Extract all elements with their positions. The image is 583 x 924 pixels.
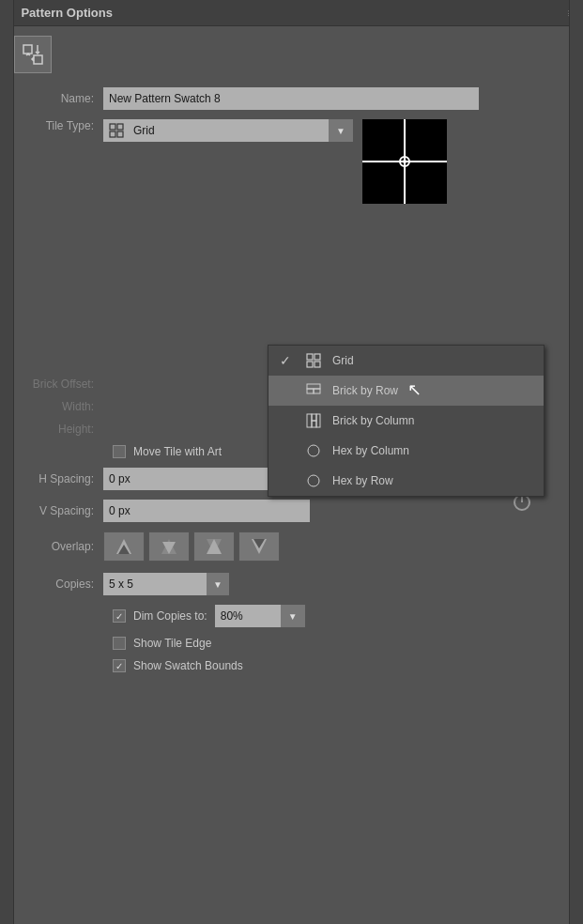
svg-rect-10: [315, 354, 320, 360]
left-border: [0, 0, 14, 924]
form-area: Name: Tile Type:: [0, 83, 583, 691]
pattern-options-panel: × Pattern Options ≡ Name:: [0, 0, 583, 924]
tile-type-row: Tile Type: Grid: [19, 119, 564, 204]
grid-icon-small: [109, 123, 124, 138]
svg-point-26: [403, 160, 407, 163]
brick-offset-label: Brick Offset:: [19, 377, 103, 391]
dropdown-item-hex-by-row[interactable]: ✓ Hex by Row: [268, 466, 544, 496]
overlap-icon-4: [250, 537, 268, 556]
tile-type-arrow[interactable]: ▼: [329, 119, 353, 142]
overlap-btn-1[interactable]: [103, 531, 145, 562]
cursor-icon: ↖: [407, 379, 422, 400]
title-bar: × Pattern Options ≡: [0, 0, 583, 26]
svg-point-21: [308, 475, 319, 486]
right-border: [569, 0, 583, 924]
transform-icon: [22, 43, 44, 66]
show-swatch-bounds-label: Show Swatch Bounds: [133, 659, 243, 672]
svg-rect-15: [314, 389, 320, 393]
tile-preview: [362, 119, 447, 204]
v-spacing-input[interactable]: [103, 500, 310, 522]
svg-point-20: [308, 445, 319, 456]
move-tile-label: Move Tile with Art: [133, 445, 222, 458]
svg-rect-9: [307, 354, 313, 360]
brick-col-icon: [304, 411, 323, 430]
svg-rect-5: [110, 124, 115, 130]
dim-value-display[interactable]: 80%: [215, 605, 281, 627]
show-tile-edge-row: Show Tile Edge: [113, 637, 564, 650]
name-label: Name:: [19, 92, 103, 105]
overlap-icon-2: [160, 537, 178, 556]
tile-type-select[interactable]: Grid: [103, 119, 329, 142]
grid-item-label: Grid: [332, 354, 354, 367]
overlap-row: Overlap:: [19, 531, 564, 562]
copies-arrow[interactable]: ▼: [207, 573, 229, 595]
svg-rect-8: [117, 131, 123, 137]
title-bar-left: × Pattern Options: [8, 6, 113, 20]
brick-row-icon: [304, 381, 323, 400]
show-tile-edge-checkbox[interactable]: [113, 637, 126, 650]
dim-label: Dim Copies to:: [133, 609, 207, 623]
v-spacing-row: V Spacing:: [19, 500, 564, 522]
copies-label: Copies:: [19, 578, 103, 591]
brick-row-dropdown-icon: [306, 383, 321, 398]
show-swatch-bounds-row: Show Swatch Bounds: [113, 659, 564, 672]
svg-rect-19: [316, 414, 320, 427]
height-label: Height:: [19, 423, 103, 436]
show-swatch-bounds-checkbox[interactable]: [113, 659, 126, 672]
svg-rect-0: [23, 45, 32, 54]
hex-row-dropdown-icon: [306, 473, 321, 488]
svg-rect-1: [34, 55, 42, 64]
name-input[interactable]: [103, 87, 479, 110]
tile-preview-inner: [362, 119, 447, 204]
tile-type-label: Tile Type:: [19, 119, 103, 132]
dropdown-item-brick-by-column[interactable]: ✓ Brick by Column: [268, 406, 544, 436]
dim-value: 80%: [221, 609, 243, 623]
svg-rect-14: [307, 389, 314, 393]
dim-select-wrapper: 80% ▼: [215, 605, 305, 627]
svg-rect-12: [315, 362, 320, 367]
svg-rect-11: [307, 362, 313, 367]
copies-select-wrapper: 5 x 5 ▼: [103, 573, 229, 595]
dim-arrow[interactable]: ▼: [281, 605, 305, 627]
grid-check: ✓: [280, 353, 295, 368]
copies-value: 5 x 5: [109, 578, 133, 591]
overlap-btn-3[interactable]: [193, 531, 235, 562]
grid-dropdown-icon: [306, 353, 321, 368]
svg-rect-16: [307, 414, 312, 427]
overlap-btn-4[interactable]: [238, 531, 280, 562]
overlap-label: Overlap:: [19, 540, 103, 553]
dropdown-item-hex-by-column[interactable]: ✓ Hex by Column: [268, 436, 544, 466]
width-label: Width:: [19, 400, 103, 413]
svg-rect-7: [110, 131, 115, 137]
name-row: Name:: [19, 87, 564, 110]
brick-col-dropdown-icon: [306, 413, 321, 428]
tile-type-dropdown[interactable]: ✓ Grid ✓: [268, 345, 545, 497]
move-tile-checkbox[interactable]: [113, 445, 126, 458]
brick-col-item-label: Brick by Column: [332, 414, 414, 427]
hex-col-dropdown-icon: [306, 443, 321, 458]
tile-preview-svg: [362, 119, 447, 204]
tile-type-value: Grid: [133, 124, 155, 137]
grid-item-icon: [304, 351, 323, 370]
overlap-btn-2[interactable]: [148, 531, 190, 562]
svg-rect-13: [307, 384, 320, 389]
hex-row-item-label: Hex by Row: [332, 474, 393, 487]
brick-row-item-label: Brick by Row: [332, 384, 398, 397]
v-spacing-label: V Spacing:: [19, 504, 103, 517]
svg-rect-18: [312, 421, 316, 427]
svg-rect-17: [312, 414, 316, 421]
svg-rect-6: [117, 124, 123, 130]
hex-col-icon: [304, 441, 323, 460]
dim-row: Dim Copies to: 80% ▼: [113, 605, 564, 627]
icon-bar: [0, 26, 583, 83]
dropdown-item-grid[interactable]: ✓ Grid: [268, 346, 544, 376]
dim-checkbox[interactable]: [113, 609, 126, 623]
transform-icon-button[interactable]: [14, 36, 52, 73]
show-tile-edge-label: Show Tile Edge: [133, 637, 211, 650]
hex-row-icon: [304, 471, 323, 490]
overlap-icon-1: [115, 537, 133, 556]
dropdown-item-brick-by-row[interactable]: ✓ Brick by Row ↖: [268, 376, 544, 406]
hex-col-item-label: Hex by Column: [332, 444, 409, 457]
overlap-icon-3: [205, 537, 223, 556]
copies-select[interactable]: 5 x 5: [103, 573, 207, 595]
